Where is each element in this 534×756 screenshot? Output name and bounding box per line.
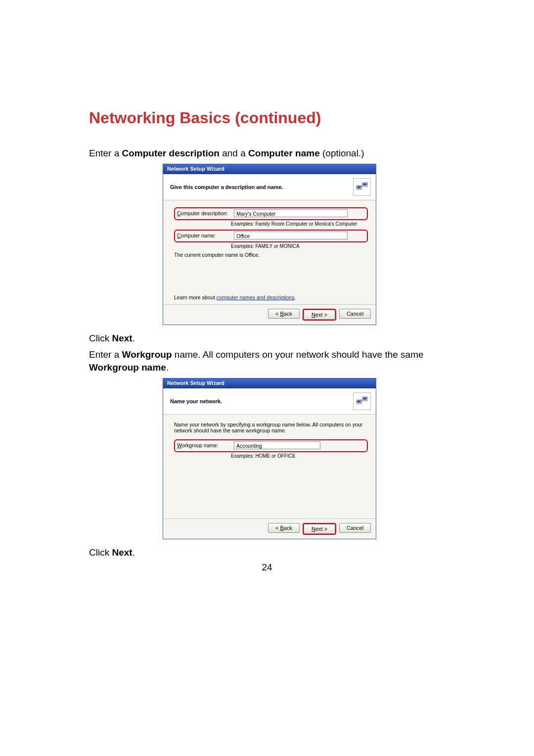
- svg-rect-5: [357, 400, 361, 402]
- page-number: 24: [0, 562, 534, 573]
- wizard1-container: Network Setup Wizard Give this computer …: [89, 164, 450, 325]
- text: .: [294, 294, 296, 300]
- wizard-heading: Name your network.: [170, 398, 222, 404]
- svg-rect-1: [357, 186, 361, 188]
- instruction-workgroup: Enter a Workgroup name. All computers on…: [89, 348, 450, 374]
- example-row: Examples: HOME or OFFICE: [174, 453, 368, 459]
- input-cell: Accounting: [234, 441, 365, 449]
- cancel-button[interactable]: Cancel: [339, 523, 371, 533]
- input-cell: Office: [234, 232, 365, 239]
- next-button[interactable]: Next >: [304, 310, 335, 320]
- computer-description-row: Computer description: Mary's Computer: [177, 209, 365, 217]
- text: and a: [220, 148, 248, 158]
- svg-rect-3: [363, 183, 367, 185]
- click-next-2: Click Next.: [89, 546, 450, 559]
- computer-name-label: Computer name:: [177, 233, 234, 238]
- wizard-header: Name your network.: [163, 388, 376, 415]
- page-title: Networking Basics (continued): [89, 109, 450, 127]
- wizard2-container: Network Setup Wizard Name your network. …: [89, 378, 450, 539]
- computer-name-row: Computer name: Office: [177, 232, 365, 239]
- next-button-highlight: Next >: [303, 523, 336, 535]
- computer-description-example: Examples: Family Room Computer or Monica…: [231, 221, 357, 227]
- workgroup-instruction: Name your network by specifying a workgr…: [174, 422, 368, 433]
- wizard-body: Computer description: Mary's Computer Ex…: [163, 200, 376, 304]
- text-bold: Workgroup: [122, 349, 172, 360]
- back-button[interactable]: < Back: [268, 523, 300, 533]
- computer-description-label: Computer description:: [177, 210, 234, 216]
- wizard-footer: < Back Next > Cancel: [163, 304, 376, 325]
- text: .: [166, 362, 169, 373]
- text: Click: [89, 333, 112, 343]
- back-button[interactable]: < Back: [268, 309, 300, 319]
- document-page: Networking Basics (continued) Enter a Co…: [0, 0, 534, 756]
- computer-name-input[interactable]: Office: [234, 232, 348, 239]
- wizard-titlebar: Network Setup Wizard: [163, 164, 376, 174]
- computer-name-row-highlight: Computer name: Office: [174, 230, 368, 242]
- wizard-header: Give this computer a description and nam…: [163, 174, 376, 200]
- instruction-computer-desc: Enter a Computer description and a Compu…: [89, 147, 450, 160]
- wizard-body: Name your network by specifying a workgr…: [163, 415, 376, 519]
- example-row: Examples: FAMILY or MONICA: [174, 243, 368, 249]
- wizard-titlebar: Network Setup Wizard: [163, 378, 376, 388]
- text: Enter a: [89, 349, 122, 360]
- text-bold: Next: [112, 333, 132, 343]
- example-row: Examples: Family Room Computer or Monica…: [174, 221, 368, 227]
- wizard-heading: Give this computer a description and nam…: [170, 184, 283, 190]
- text-bold: Workgroup name: [89, 362, 166, 373]
- text: Enter a: [89, 148, 122, 158]
- next-button[interactable]: Next >: [304, 524, 335, 534]
- text: name. All computers on your network shou…: [172, 349, 424, 360]
- wizard-footer: < Back Next > Cancel: [163, 519, 376, 539]
- workgroup-row-highlight: Workgroup name: Accounting: [174, 439, 368, 452]
- text-bold: Next: [112, 547, 132, 558]
- computer-name-example: Examples: FAMILY or MONICA: [231, 243, 300, 249]
- current-computer-name: The current computer name is Office.: [174, 252, 368, 258]
- computer-description-row-highlight: Computer description: Mary's Computer: [174, 207, 368, 220]
- text: .: [133, 333, 135, 343]
- network-computers-icon: [353, 392, 371, 410]
- network-setup-wizard-1: Network Setup Wizard Give this computer …: [163, 164, 376, 325]
- text: Learn more about: [174, 294, 217, 300]
- workgroup-example: Examples: HOME or OFFICE: [231, 453, 296, 459]
- text: (optional.): [320, 148, 364, 158]
- workgroup-input[interactable]: Accounting: [234, 441, 320, 449]
- text-bold: Computer description: [122, 148, 220, 158]
- workgroup-label: Workgroup name:: [177, 442, 234, 448]
- workgroup-row: Workgroup name: Accounting: [177, 441, 365, 449]
- click-next-1: Click Next.: [89, 332, 450, 345]
- network-computers-icon: [353, 178, 371, 196]
- text-bold: Computer name: [248, 148, 320, 158]
- learn-more-link[interactable]: computer names and descriptions: [217, 294, 295, 300]
- learn-more-row: Learn more about computer names and desc…: [174, 294, 368, 300]
- next-button-highlight: Next >: [303, 309, 336, 321]
- svg-rect-7: [363, 397, 367, 399]
- input-cell: Mary's Computer: [234, 209, 365, 217]
- network-setup-wizard-2: Network Setup Wizard Name your network. …: [163, 378, 376, 539]
- computer-description-input[interactable]: Mary's Computer: [234, 209, 348, 217]
- text: .: [133, 547, 135, 558]
- cancel-button[interactable]: Cancel: [339, 309, 371, 319]
- text: Click: [89, 547, 112, 558]
